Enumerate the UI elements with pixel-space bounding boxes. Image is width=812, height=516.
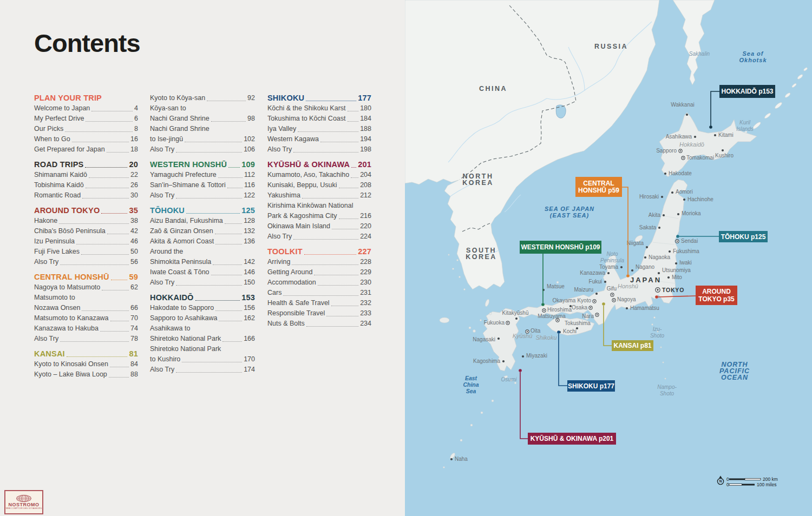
toc-entry-kyoto-to-k-ya-san[interactable]: Kyoto to Kōya-san92 [150, 93, 255, 103]
toc-entry-page: 56 [130, 257, 138, 267]
toc-section-central-honsh[interactable]: CENTRAL HONSHŪ59 [34, 272, 138, 282]
toc-entry-yamaguchi-prefecture[interactable]: Yamaguchi Prefecture112 [150, 170, 255, 180]
dotted-leader [318, 285, 359, 286]
toc-entry-western-kagawa[interactable]: Western Kagawa194 [267, 134, 371, 144]
dotted-leader [211, 121, 246, 122]
toc-section-kansai[interactable]: KANSAI81 [34, 349, 138, 359]
toc-section-ky-sh-okinawa[interactable]: KYŪSHŪ & OKINAWA201 [267, 160, 371, 170]
dotted-leader [186, 213, 240, 214]
toc-entry-around-the[interactable]: Around the [150, 247, 255, 257]
toc-entry-nuts-bolts[interactable]: Nuts & Bolts234 [267, 319, 371, 329]
toc-entry-our-picks[interactable]: Our Picks8 [34, 124, 138, 134]
toc-entry-akita-aomori-coast[interactable]: Akita & Aomori Coast136 [150, 236, 255, 247]
toc-entry-romantic-road[interactable]: Romantic Road30 [34, 190, 138, 201]
svg-text:Hachinohe: Hachinohe [687, 196, 713, 202]
toc-entry-page: 188 [360, 124, 371, 134]
toc-entry-label: Aizu Bandai, Fukushima [150, 216, 223, 226]
toc-entry-fuji-five-lakes[interactable]: Fuji Five Lakes50 [34, 247, 138, 257]
toc-entry-nagoya-to-matsumoto[interactable]: Nagoya to Matsumoto62 [34, 282, 138, 293]
toc-entry-nachi-grand-shrine[interactable]: Nachi Grand Shrine [150, 124, 255, 134]
toc-entry-shiretoko-national-park[interactable]: Shiretoko National Park166 [150, 334, 255, 344]
toc-entry-hakone[interactable]: Hakone38 [34, 216, 138, 226]
toc-entry-shimanami-kaid[interactable]: Shimanami Kaidō22 [34, 170, 138, 180]
dotted-leader [293, 239, 358, 240]
toc-section-shikoku[interactable]: SHIKOKU177 [267, 93, 371, 103]
toc-entry-arriving[interactable]: Arriving228 [267, 257, 371, 267]
dotted-leader [326, 316, 358, 316]
toc-entry-san-in-shimane-tottori[interactable]: San'in–Shimane & Tottori116 [150, 180, 255, 190]
toc-section-hokkaid[interactable]: HOKKAIDŌ153 [150, 293, 255, 303]
toc-entry-k-ya-san-to[interactable]: Kōya-san to [150, 103, 255, 114]
toc-entry-health-safe-travel[interactable]: Health & Safe Travel232 [267, 298, 371, 308]
svg-text:Tomakomai: Tomakomai [686, 155, 714, 161]
svg-text:Osaka: Osaka [572, 305, 587, 310]
toc-entry-cars[interactable]: Cars231 [267, 288, 371, 298]
toc-entry-aizu-bandai-fukushima[interactable]: Aizu Bandai, Fukushima128 [150, 216, 255, 226]
toc-entry-page: 22 [130, 170, 138, 180]
toc-entry-kanazawa-to-hakuba[interactable]: Kanazawa to Hakuba74 [34, 323, 138, 334]
toc-entry-tokushima-to-k-chi-coast[interactable]: Tokushima to Kōchi Coast184 [267, 114, 371, 124]
city-hachinohe: Hachinohe [683, 196, 713, 202]
toc-section-plan-your-trip[interactable]: PLAN YOUR TRIP [34, 93, 138, 103]
toc-entry-shimokita-peninsula[interactable]: Shimokita Peninsula142 [150, 257, 255, 267]
toc-entry-label: Also Try [150, 277, 174, 288]
toc-entry-nachi-grand-shrine[interactable]: Nachi Grand Shrine98 [150, 114, 255, 124]
toc-entry-accommodation[interactable]: Accommodation230 [267, 277, 371, 288]
toc-entry-also-try[interactable]: Also Try122 [150, 190, 255, 201]
toc-entry-matsumoto-to-kanazawa[interactable]: Matsumoto to Kanazawa70 [34, 313, 138, 323]
toc-section-road-trips[interactable]: ROAD TRIPS20 [34, 160, 138, 170]
toc-section-title: AROUND TOKYO [34, 206, 100, 216]
toc-entry-tobishima-kaid[interactable]: Tobishima Kaidō26 [34, 180, 138, 190]
dotted-leader [293, 152, 358, 153]
toc-entry-also-try[interactable]: Also Try56 [34, 257, 138, 267]
toc-entry-label: Nachi Grand Shrine [150, 114, 209, 124]
toc-entry-my-perfect-drive[interactable]: My Perfect Drive6 [34, 114, 138, 124]
toc-entry-getting-around[interactable]: Getting Around229 [267, 267, 371, 277]
toc-entry-park-kagoshima-city[interactable]: Park & Kagoshima City216 [267, 211, 371, 221]
toc-entry-page: 198 [360, 144, 371, 155]
toc-section-western-honsh[interactable]: WESTERN HONSHŪ109 [150, 160, 255, 170]
dotted-leader [110, 367, 129, 367]
toc-section-title: KANSAI [34, 349, 65, 359]
toc-section-toolkit[interactable]: TOOLKIT227 [267, 247, 371, 257]
toc-entry-kumamoto-aso-takachiho[interactable]: Kumamoto, Aso, Takachiho204 [267, 170, 371, 180]
toc-entry-also-try[interactable]: Also Try106 [150, 144, 255, 155]
toc-entry-za-ginzan-onsen[interactable]: Zaō & Ginzan Onsen132 [150, 226, 255, 236]
toc-entry-also-try[interactable]: Also Try78 [34, 334, 138, 344]
toc-entry-matsumoto-to[interactable]: Matsumoto to [34, 293, 138, 303]
toc-entry-welcome-to-japan[interactable]: Welcome to Japan4 [34, 103, 138, 114]
toc-entry-iya-valley[interactable]: Iya Valley188 [267, 124, 371, 134]
toc-entry-yakushima[interactable]: Yakushima212 [267, 190, 371, 201]
toc-entry-responsible-travel[interactable]: Responsible Travel233 [267, 308, 371, 319]
toc-entry-hakodate-to-sapporo[interactable]: Hakodate to Sapporo156 [150, 303, 255, 313]
toc-entry-when-to-go[interactable]: When to Go16 [34, 134, 138, 144]
toc-section-around-tokyo[interactable]: AROUND TOKYO35 [34, 206, 138, 216]
toc-entry-okinawa-main-island[interactable]: Okinawa Main Island220 [267, 221, 371, 231]
toc-entry-chiba-s-b-s-peninsula[interactable]: Chiba's Bōsō Peninsula42 [34, 226, 138, 236]
toc-entry-sapporo-to-asahikawa[interactable]: Sapporo to Asahikawa162 [150, 313, 255, 323]
toc-entry-asahikawa-to[interactable]: Asahikawa to [150, 323, 255, 334]
svg-text:Asahikawa: Asahikawa [666, 134, 692, 140]
toc-entry-k-chi-the-shikoku-karst[interactable]: Kōchi & the Shikoku Karst180 [267, 103, 371, 114]
toc-entry-izu-peninsula[interactable]: Izu Peninsula46 [34, 236, 138, 247]
toc-section-t-hoku[interactable]: TŌHOKU125 [150, 206, 255, 216]
dotted-leader [67, 356, 128, 357]
toc-entry-kunisaki-beppu-usuki[interactable]: Kunisaki, Beppu, Usuki208 [267, 180, 371, 190]
toc-entry-label: Our Picks [34, 124, 63, 134]
toc-entry-nozawa-onsen[interactable]: Nozawa Onsen66 [34, 303, 138, 313]
toc-entry-to-ise-jing[interactable]: to Ise-jingū102 [150, 134, 255, 144]
toc-entry-kyoto-lake-biwa-loop[interactable]: Kyoto – Lake Biwa Loop88 [34, 369, 138, 380]
dotted-leader [176, 372, 242, 373]
dotted-leader [339, 219, 359, 219]
toc-entry-kyoto-to-kinosaki-onsen[interactable]: Kyoto to Kinosaki Onsen84 [34, 359, 138, 369]
toc-entry-also-try[interactable]: Also Try150 [150, 277, 255, 288]
toc-entry-also-try[interactable]: Also Try198 [267, 144, 371, 155]
toc-entry-also-try[interactable]: Also Try224 [267, 231, 371, 242]
toc-entry-kirishima-kink-wan-national[interactable]: Kirishima Kinkōwan National [267, 201, 371, 211]
toc-entry-also-try[interactable]: Also Try174 [150, 365, 255, 375]
map-label-north-korea: NORTHKOREA [462, 173, 494, 187]
toc-entry-iwate-coast-t-no[interactable]: Iwate Coast & Tōno146 [150, 267, 255, 277]
toc-entry-to-kushiro[interactable]: to Kushiro170 [150, 354, 255, 365]
toc-entry-get-prepared-for-japan[interactable]: Get Prepared for Japan18 [34, 144, 138, 155]
toc-entry-shiretoko-national-park[interactable]: Shiretoko National Park [150, 344, 255, 354]
